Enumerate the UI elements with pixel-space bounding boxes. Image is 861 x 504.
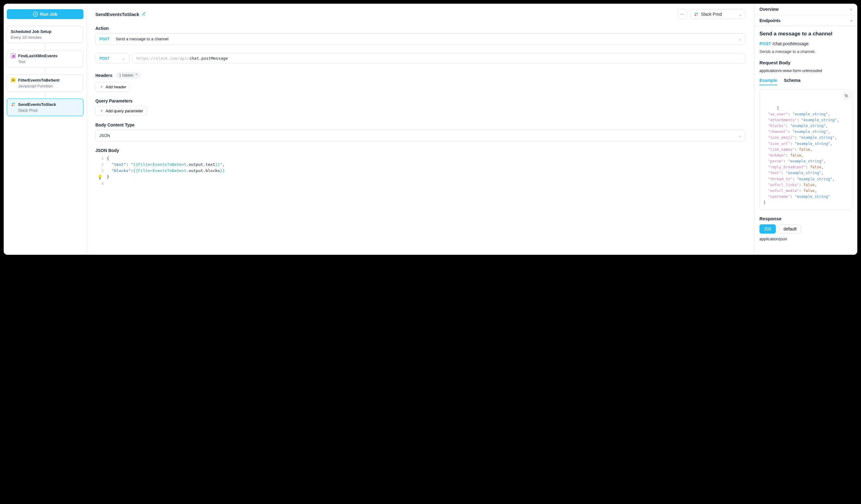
integration-label: Slack Prod [701,12,722,17]
tab-schema[interactable]: Schema [784,78,801,85]
http-method-select[interactable]: POST ⌄ [95,53,129,64]
url-path: chat.postMessage [189,56,228,60]
endpoint-signature: POST /chat.postMessage [760,41,852,46]
dots-icon: ⋯ [680,11,685,17]
example-json-box: { "as_user": "example_string", "attachme… [760,90,852,210]
node-filter-events[interactable]: JS FilterEventsToBeSent Javascript Funct… [7,74,83,92]
overview-label: Overview [760,7,779,12]
response-default-button[interactable]: default [779,224,801,233]
endpoint-description: Sends a message to a channel. [760,49,852,54]
node-subtitle: Javascript Function [18,84,79,88]
endpoint-title: Send a message to a channel [760,31,852,37]
js-icon: JS [11,78,16,82]
page-title: SendEventsToSlack [95,12,139,17]
workflow-sidebar: Run Job Scheduled Job Setup Every 10 min… [4,4,87,255]
node-title: FindLastXMinEvents [18,54,57,58]
chevron-down-icon: ⌄ [739,12,742,17]
endpoint-path: /chat.postMessage [773,41,809,46]
endpoints-section-toggle[interactable]: Endpoints ▾ [754,15,857,26]
chevron-down-icon: ⌄ [122,56,125,60]
node-find-events[interactable]: ▣ FindLastXMinEvents Test [7,50,83,67]
body-type-label: Body Content Type [95,122,746,127]
url-input[interactable]: https://slack.com/api/chat.postMessage [132,53,746,64]
node-title: Scheduled Job Setup [11,29,51,34]
action-section-label: Action [95,26,746,31]
node-title: SendEventsToSlack [18,102,56,107]
add-query-label: Add query parameter [106,109,143,113]
slack-icon [11,102,16,107]
headers-section-label: Headers [95,73,112,78]
endpoint-method: POST [760,41,771,46]
connector [45,43,45,50]
method-value: POST [99,56,110,60]
json-body-label: JSON Body [95,148,746,153]
action-select[interactable]: POST Send a message to a channel ⌄ [95,33,746,45]
edit-title-icon[interactable] [141,12,146,17]
url-prefix: https://slack.com/api/ [136,56,189,60]
node-subtitle: Every 10 minutes [11,35,79,40]
main-editor: SendEventsToSlack ⋯ Slack Prod ⌄ Acti [87,4,754,255]
chevron-down-icon: ▾ [850,19,852,23]
body-type-value: JSON [99,133,110,138]
pink-app-icon: ▣ [11,53,16,58]
chevron-down-icon: ⌄ [738,37,742,41]
copy-icon [844,94,848,98]
json-body-editor[interactable]: 1{2 "text": "{{FilterEventsToBeSent.outp… [95,155,746,187]
connector [45,67,45,74]
run-job-button[interactable]: Run Job [7,9,83,19]
plus-icon: ＋ [99,84,104,90]
integration-select[interactable]: Slack Prod ⌄ [690,9,746,19]
add-header-button[interactable]: ＋ Add header [95,82,130,92]
chevron-up-icon: ⌃ [135,73,138,78]
docs-panel: Overview ▸ Endpoints ▾ Send a message to… [754,4,857,255]
node-scheduled-job[interactable]: Scheduled Job Setup Every 10 minutes [7,26,83,43]
run-job-label: Run Job [40,12,57,17]
request-body-label: Request Body [760,60,852,65]
connector [45,92,45,98]
action-text: Send a message to a channel [116,37,169,41]
body-type-select[interactable]: JSON ⌄ [95,130,746,141]
query-section-label: Query Parameters [95,98,746,104]
response-label: Response [760,216,852,221]
copy-example-button[interactable] [842,92,850,100]
headers-hidden-pill[interactable]: 1 hidden ⌃ [116,72,141,79]
add-header-label: Add header [106,85,126,89]
play-icon [33,12,38,17]
slack-icon [694,12,698,17]
more-options-button[interactable]: ⋯ [677,9,687,19]
add-query-button[interactable]: ＋ Add query parameter [95,106,147,116]
chevron-down-icon: ⌄ [738,133,742,138]
chevron-right-icon: ▸ [850,8,852,11]
action-method: POST [99,37,110,41]
response-200-button[interactable]: 200 [760,224,776,233]
node-subtitle: Test [18,59,79,64]
response-content-type: application/json [760,236,852,241]
node-title: FilterEventsToBeSent [18,78,59,82]
node-subtitle: Slack Prod [18,108,79,113]
endpoints-label: Endpoints [760,18,780,23]
overview-section-toggle[interactable]: Overview ▸ [754,4,857,15]
node-send-to-slack[interactable]: SendEventsToSlack Slack Prod [7,98,83,116]
request-content-type: application/x-www-form-urlencoded [760,68,852,73]
headers-hidden-text: 1 hidden [119,73,133,78]
tab-example[interactable]: Example [760,78,777,85]
plus-icon: ＋ [99,108,104,113]
